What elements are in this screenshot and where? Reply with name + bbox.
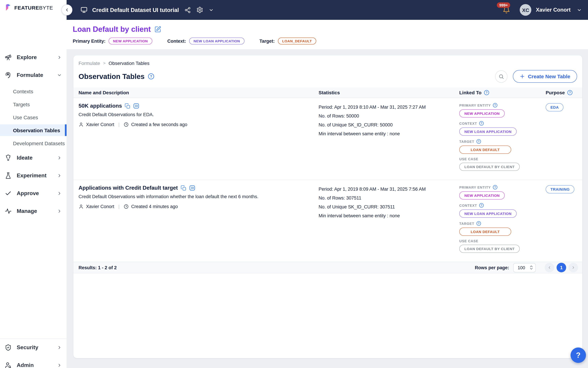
help-icon[interactable]: ? <box>493 185 498 190</box>
help-icon[interactable]: ? <box>493 103 498 108</box>
copy-icon[interactable] <box>180 185 186 191</box>
chevron-left-icon <box>547 266 552 270</box>
linked-label-text: TARGET <box>459 221 474 225</box>
column-header-statistics: Statistics <box>319 90 459 95</box>
previous-page-button[interactable] <box>545 263 554 272</box>
rows-per-page-select[interactable]: 100 <box>513 263 536 272</box>
use-case-label: USE CASE <box>459 157 546 161</box>
linked-to-cell: PRIMARY ENTITY ? NEW APPLICATION CONTEXT… <box>459 185 546 256</box>
purpose-pill[interactable]: TRAINING <box>546 185 575 193</box>
search-icon <box>499 74 504 79</box>
notifications-badge: 999+ <box>497 2 510 8</box>
use-case-label: USE CASE <box>459 239 546 243</box>
page-heading: Observation Tables <box>79 72 145 81</box>
brand-logo[interactable]: FEATUREBYTE <box>0 0 67 11</box>
person-icon <box>79 204 84 209</box>
sidebar-item-approve[interactable]: Approve <box>0 186 67 201</box>
table-name[interactable]: Applications with Credit Default target <box>79 185 178 191</box>
sidebar-item-formulate[interactable]: Formulate <box>0 68 67 83</box>
sidebar-item-label: Manage <box>17 208 57 214</box>
sidebar-item-contexts[interactable]: Contexts <box>0 85 67 97</box>
help-icon[interactable]: ? <box>484 90 489 95</box>
linked-to-cell: PRIMARY ENTITY ? NEW APPLICATION CONTEXT… <box>459 103 546 174</box>
primary-entity-pill[interactable]: NEW APPLICATION <box>459 109 505 118</box>
stat-period: Period: Apr 1, 2019 8:10 AM - Mar 31, 20… <box>319 103 453 112</box>
table-name[interactable]: 50K applications <box>79 103 122 109</box>
floating-help-button[interactable]: ? <box>570 348 586 363</box>
context-pill[interactable]: NEW LOAN APPLICATION <box>459 210 517 218</box>
avatar[interactable]: XC <box>520 4 532 16</box>
target-group: Target: LOAN_DEFAULT <box>259 37 316 45</box>
sidebar-item-ideate[interactable]: Ideate <box>0 150 67 165</box>
help-icon[interactable]: ? <box>479 121 484 126</box>
stat-rows: No. of Rows: 50000 <box>319 112 453 121</box>
svg-text:?: ? <box>150 74 152 79</box>
chevron-right-icon <box>57 156 62 160</box>
author-name: Xavier Conort <box>86 122 114 127</box>
statistics-cell: Period: Apr 1, 2019 8:10 AM - Mar 31, 20… <box>319 103 459 174</box>
help-icon[interactable]: ? <box>476 139 481 144</box>
target-pill[interactable]: LOAN_DEFAULT <box>278 37 316 45</box>
lightbulb-icon <box>5 155 12 161</box>
svg-text:ID: ID <box>135 105 138 108</box>
help-icon[interactable]: ? <box>567 90 573 95</box>
name-description-cell: Applications with Credit Default target … <box>73 185 319 256</box>
sidebar-item-observation-tables[interactable]: Observation Tables <box>0 124 67 136</box>
help-icon[interactable]: ? <box>476 221 481 226</box>
sidebar-item-experiment[interactable]: Experiment <box>0 168 67 183</box>
purpose-pill[interactable]: EDA <box>546 103 564 111</box>
chevron-down-icon[interactable] <box>577 7 582 12</box>
next-page-button[interactable] <box>569 263 578 272</box>
id-badge-icon[interactable]: ID <box>189 185 195 191</box>
table-header-row: Name and Description Statistics Linked T… <box>73 87 582 98</box>
current-page-button[interactable]: 1 <box>557 263 566 272</box>
author-name: Xavier Conort <box>86 204 114 209</box>
purpose-cell: EDA <box>546 103 582 174</box>
top-bar: Credit Default Dataset UI tutorial 999+ … <box>67 0 588 20</box>
chevron-down-icon[interactable] <box>209 7 214 12</box>
svg-text:?: ? <box>494 104 496 107</box>
sidebar-item-security[interactable]: Security <box>0 340 67 355</box>
head-gear-icon <box>5 72 12 79</box>
create-new-table-button[interactable]: Create New Table <box>513 70 577 83</box>
context-pill[interactable]: NEW LOAN APPLICATION <box>189 37 244 45</box>
help-icon[interactable]: ? <box>148 73 154 80</box>
sidebar-item-development-datasets[interactable]: Development Datasets <box>0 137 67 149</box>
column-header-purpose-label: Purpose <box>546 90 565 95</box>
use-case-pill[interactable]: LOAN DEFAULT BY CLIENT <box>459 163 520 171</box>
sidebar-item-targets[interactable]: Targets <box>0 98 67 110</box>
target-pill[interactable]: LOAN DEFAULT <box>459 146 511 154</box>
notifications-button[interactable]: 999+ <box>503 6 510 14</box>
sidebar-collapse-button[interactable] <box>62 4 72 15</box>
brand-light: BYTE <box>39 5 53 10</box>
monitor-icon <box>80 6 88 14</box>
gear-icon[interactable] <box>196 7 203 13</box>
sidebar-item-explore[interactable]: Explore <box>0 50 67 65</box>
primary-entity-pill[interactable]: NEW APPLICATION <box>109 37 152 45</box>
primary-entity-pill[interactable]: NEW APPLICATION <box>459 191 505 200</box>
primary-entity-group: Primary Entity: NEW APPLICATION <box>73 37 152 45</box>
share-icon[interactable] <box>184 7 191 13</box>
context-label: CONTEXT ? <box>459 121 546 126</box>
copy-icon[interactable] <box>125 103 130 109</box>
context-pill[interactable]: NEW LOAN APPLICATION <box>459 128 517 136</box>
search-button[interactable] <box>495 70 508 83</box>
stat-interval: Min interval between same entity : none <box>319 212 453 221</box>
table-meta: Xavier Conort | Created a few seconds ag… <box>79 122 305 127</box>
edit-pencil-icon[interactable] <box>154 26 161 33</box>
sidebar-item-label: Approve <box>17 190 57 196</box>
target-label: Target: <box>259 38 275 44</box>
telescope-icon <box>5 54 12 61</box>
sidebar-item-manage[interactable]: Manage <box>0 204 67 219</box>
svg-text:?: ? <box>481 122 482 125</box>
sidebar-item-use-cases[interactable]: Use Cases <box>0 111 67 123</box>
user-search-icon <box>5 362 12 368</box>
help-icon[interactable]: ? <box>479 203 484 208</box>
use-case-pill[interactable]: LOAN DEFAULT BY CLIENT <box>459 245 520 253</box>
target-pill[interactable]: LOAN DEFAULT <box>459 228 511 236</box>
breadcrumb-formulate[interactable]: Formulate <box>79 60 100 66</box>
flask-icon <box>5 172 12 179</box>
id-badge-icon[interactable]: ID <box>133 103 139 109</box>
brand-wordmark: FEATUREBYTE <box>14 5 53 10</box>
sidebar-item-admin[interactable]: Admin <box>0 358 67 368</box>
